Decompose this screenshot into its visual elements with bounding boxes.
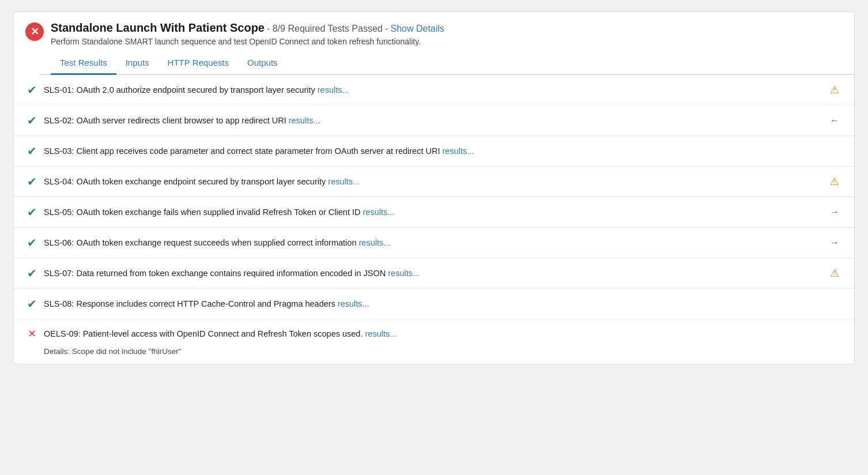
fail-icon: ✕ [25,327,38,340]
page-title: Standalone Launch With Patient Scope [51,21,265,35]
table-row: ✔ SLS-01: OAuth 2.0 authorize endpoint s… [14,75,854,105]
results-link[interactable]: results... [328,177,360,186]
subtitle: Perform Standalone SMART launch sequence… [51,37,843,46]
test-label: SLS-07: Data returned from token exchang… [44,269,821,278]
main-card: ✕ Standalone Launch With Patient Scope -… [13,12,855,364]
arrow-left-icon: ← [827,115,843,126]
test-label: SLS-06: OAuth token exchange request suc… [44,238,821,247]
test-row-inner: ✕ OELS-09: Patient-level access with Ope… [25,327,843,340]
error-circle-icon: ✕ [25,22,44,41]
table-row: ✔ SLS-08: Response includes correct HTTP… [14,289,854,319]
test-label: SLS-04: OAuth token exchange endpoint se… [44,177,821,186]
test-label: SLS-02: OAuth server redirects client br… [44,116,821,125]
pass-icon: ✔ [25,205,38,219]
tab-bar: Test Results Inputs HTTP Requests Output… [39,52,854,75]
tab-inputs[interactable]: Inputs [116,52,158,75]
tab-http-requests[interactable]: HTTP Requests [158,52,238,75]
arrow-right-icon: → [827,238,843,248]
results-link[interactable]: results... [365,329,397,338]
pass-icon: ✔ [25,297,38,311]
card-header: ✕ Standalone Launch With Patient Scope -… [14,12,854,52]
pass-icon: ✔ [25,83,38,97]
results-link[interactable]: results... [388,269,420,278]
table-row: ✕ OELS-09: Patient-level access with Ope… [14,319,854,364]
title-meta: - 8/9 Required Tests Passed - [267,24,388,34]
table-row: ✔ SLS-05: OAuth token exchange fails whe… [14,197,854,228]
test-list: ✔ SLS-01: OAuth 2.0 authorize endpoint s… [14,75,854,364]
warning-icon: ⚠ [827,175,843,188]
test-label: OELS-09: Patient-level access with OpenI… [44,329,821,338]
test-label: SLS-05: OAuth token exchange fails when … [44,208,821,217]
warning-icon: ⚠ [827,267,843,280]
header-content: Standalone Launch With Patient Scope - 8… [51,21,843,46]
table-row: ✔ SLS-02: OAuth server redirects client … [14,105,854,136]
results-link[interactable]: results... [442,146,474,156]
title-row: Standalone Launch With Patient Scope - 8… [51,21,843,35]
warning-icon: ⚠ [827,84,843,96]
pass-icon: ✔ [25,236,38,250]
results-link[interactable]: results... [358,238,390,247]
test-label: SLS-08: Response includes correct HTTP C… [44,299,821,308]
pass-icon: ✔ [25,114,38,127]
arrow-right-icon: → [827,207,843,217]
tab-test-results[interactable]: Test Results [51,52,116,75]
tab-outputs[interactable]: Outputs [238,52,287,75]
results-link[interactable]: results... [363,208,394,217]
table-row: ✔ SLS-06: OAuth token exchange request s… [14,228,854,258]
fail-detail: Details: Scope did not include "fhirUser… [25,347,843,356]
results-link[interactable]: results... [338,299,369,308]
pass-icon: ✔ [25,266,38,280]
table-row: ✔ SLS-03: Client app receives code param… [14,136,854,167]
test-label: SLS-03: Client app receives code paramet… [44,146,821,156]
table-row: ✔ SLS-04: OAuth token exchange endpoint … [14,167,854,197]
pass-icon: ✔ [25,144,38,158]
test-label: SLS-01: OAuth 2.0 authorize endpoint sec… [44,85,821,95]
results-link[interactable]: results... [289,116,320,125]
status-icon: ✕ [25,22,44,41]
show-details-link[interactable]: Show Details [390,24,444,34]
table-row: ✔ SLS-07: Data returned from token excha… [14,258,854,289]
results-link[interactable]: results... [318,85,349,95]
pass-icon: ✔ [25,175,38,189]
